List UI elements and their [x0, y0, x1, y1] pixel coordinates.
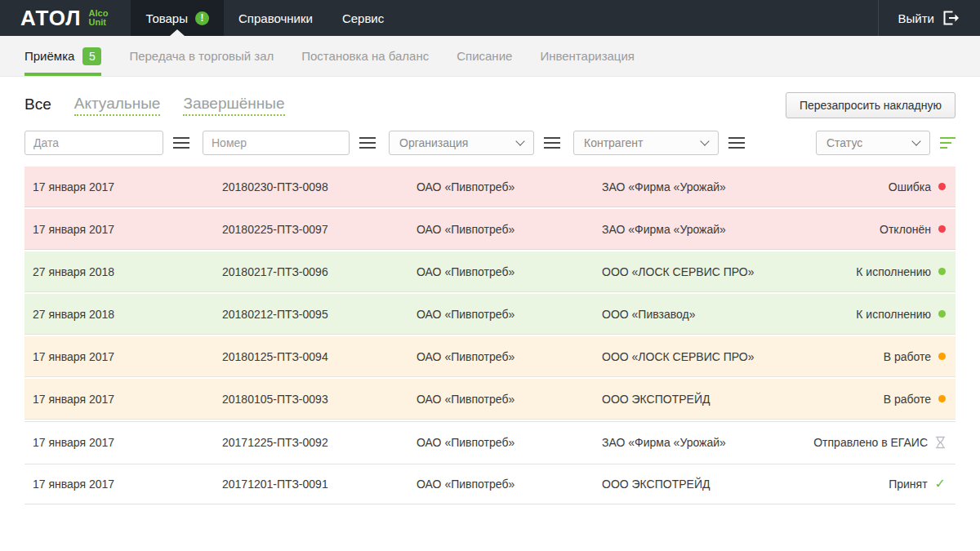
nav-spacer [399, 0, 877, 36]
status-dot-icon [938, 353, 946, 360]
invoice-organization: ОАО «Пивпотреб» [416, 436, 602, 449]
status-dot-icon [938, 225, 946, 233]
status-label: В работе [884, 350, 931, 363]
table-row[interactable]: 17 января 2017 20171225-ПТЗ-0092 ОАО «Пи… [24, 421, 956, 462]
invoice-date: 17 января 2017 [33, 478, 222, 491]
status-label: Ошибка [889, 180, 931, 193]
invoice-counterparty: ООО ЭКСПОТРЕЙД [602, 393, 884, 406]
view-link-completed[interactable]: Завершённые [183, 95, 284, 116]
invoice-counterparty: ЗАО «Фирма «Урожай» [602, 180, 889, 193]
status-icon: ✓ [938, 183, 946, 190]
status-icon: ✓ [935, 478, 946, 491]
invoice-counterparty: ООО «Пивзавод» [602, 308, 856, 321]
status-label: Принят [889, 478, 927, 491]
logout-icon [942, 11, 960, 25]
status-label: К исполнению [856, 308, 931, 321]
status-dot-icon [938, 395, 946, 402]
count-badge: 5 [82, 47, 101, 65]
status-icon: ✓ [938, 353, 946, 360]
invoice-status: В работе ✓ [884, 350, 946, 363]
status-label: Отклонён [880, 223, 931, 236]
invoice-status: К исполнению ✓ [856, 265, 946, 278]
nav-item-directories[interactable]: Справочники [224, 0, 327, 36]
invoice-status: Отклонён ✓ [880, 223, 946, 236]
table-row[interactable]: 17 января 2017 20180105-ПТЗ-0093 ОАО «Пи… [24, 379, 956, 420]
invoice-date: 27 января 2018 [33, 265, 222, 278]
invoice-number: 20180225-ПТЗ-0097 [222, 223, 416, 236]
tab-transfer-to-salesfloor[interactable]: Передача в торговый зал [129, 36, 274, 76]
nav-item-goods[interactable]: Товары ! [131, 0, 224, 36]
sort-number-icon[interactable] [359, 137, 376, 149]
view-link-actual[interactable]: Актуальные [74, 95, 161, 116]
status-icon: ✓ [935, 436, 946, 449]
status-dot-icon [938, 268, 946, 275]
sort-organization-icon[interactable] [544, 137, 560, 149]
invoice-organization: ОАО «Пивпотреб» [416, 308, 602, 321]
tab-receiving[interactable]: Приёмка 5 [24, 36, 101, 76]
logout-button[interactable]: Выйти [878, 0, 980, 36]
view-link-all[interactable]: Все [24, 96, 51, 115]
alert-badge-icon: ! [195, 11, 209, 25]
invoice-date: 17 января 2017 [33, 393, 222, 406]
brand-product: Alco Unit [89, 9, 109, 27]
top-navbar: АТОЛ Alco Unit Товары ! Справочники Серв… [0, 0, 980, 36]
section-tabs: Приёмка 5 Передача в торговый зал Постан… [0, 36, 980, 77]
date-filter-input[interactable] [24, 131, 163, 155]
invoice-date: 17 января 2017 [33, 350, 222, 363]
status-icon: ✓ [938, 395, 946, 402]
table-row[interactable]: 17 января 2017 20180225-ПТЗ-0097 ОАО «Пи… [24, 209, 956, 250]
invoice-number: 20180217-ПТЗ-0096 [222, 265, 416, 278]
table-row[interactable]: 17 января 2017 20180230-ПТЗ-0098 ОАО «Пи… [24, 167, 956, 207]
app-logo: АТОЛ Alco Unit [0, 0, 131, 36]
nav-item-service[interactable]: Сервис [327, 0, 399, 36]
status-dot-icon [938, 183, 946, 190]
table-row[interactable]: 27 января 2018 20180212-ПТЗ-0095 ОАО «Пи… [24, 294, 956, 335]
status-label: К исполнению [856, 265, 931, 278]
invoice-status: В работе ✓ [884, 393, 946, 406]
filter-bar: Организация Контрагент Статус [24, 131, 956, 155]
check-icon: ✓ [935, 478, 946, 491]
tab-write-off[interactable]: Списание [457, 36, 512, 76]
number-filter-input[interactable] [203, 131, 350, 155]
organization-filter-select[interactable]: Организация [389, 131, 534, 155]
invoice-status: К исполнению ✓ [856, 308, 946, 321]
status-label: В работе [884, 393, 931, 406]
tab-inventory[interactable]: Инвентаризация [540, 36, 635, 76]
sort-counterparty-icon[interactable] [728, 137, 745, 149]
status-filter-select[interactable]: Статус [816, 131, 930, 155]
chevron-down-icon [515, 136, 524, 145]
invoice-status: Отправлено в ЕГАИС ✓ [813, 436, 946, 449]
invoice-counterparty: ЗАО «Фирма «Урожай» [602, 223, 880, 236]
table-row[interactable]: 17 января 2017 20171201-ПТЗ-0091 ОАО «Пи… [24, 464, 956, 504]
invoice-number: 20171225-ПТЗ-0092 [222, 436, 416, 449]
invoice-counterparty: ООО «ЛОСК СЕРВИС ПРО» [602, 265, 856, 278]
status-dot-icon [938, 310, 946, 318]
invoice-table: 17 января 2017 20180230-ПТЗ-0098 ОАО «Пи… [24, 167, 956, 504]
invoice-organization: ОАО «Пивпотреб» [416, 393, 602, 406]
view-filter-bar: Все Актуальные Завершённые Перезапросить… [24, 93, 956, 118]
invoice-status: Ошибка ✓ [889, 180, 946, 193]
invoice-status: Принят ✓ [889, 478, 946, 491]
table-row[interactable]: 17 января 2017 20180125-ПТЗ-0094 ОАО «Пи… [24, 336, 956, 377]
invoice-counterparty: ООО «ЛОСК СЕРВИС ПРО» [602, 350, 884, 363]
sort-date-icon[interactable] [173, 137, 189, 149]
invoice-number: 20180212-ПТЗ-0095 [222, 308, 416, 321]
invoice-counterparty: ЗАО «Фирма «Урожай» [602, 436, 813, 449]
invoice-organization: ОАО «Пивпотреб» [416, 265, 602, 278]
chevron-down-icon [700, 136, 709, 145]
invoice-number: 20180105-ПТЗ-0093 [222, 393, 416, 406]
invoice-number: 20180125-ПТЗ-0094 [222, 350, 416, 363]
status-icon: ✓ [938, 225, 946, 233]
invoice-date: 17 января 2017 [33, 436, 222, 449]
status-icon: ✓ [938, 310, 946, 318]
hourglass-icon [935, 436, 946, 449]
status-filter-group: Статус [816, 131, 956, 155]
requery-invoice-button[interactable]: Перезапросить накладную [786, 92, 956, 118]
sort-status-active-icon[interactable] [940, 137, 956, 149]
tab-put-on-balance[interactable]: Постановка на баланс [301, 36, 429, 76]
invoice-date: 27 января 2018 [33, 308, 222, 321]
invoice-date: 17 января 2017 [33, 180, 222, 193]
table-row[interactable]: 27 января 2018 20180217-ПТЗ-0096 ОАО «Пи… [24, 251, 956, 292]
counterparty-filter-select[interactable]: Контрагент [573, 131, 719, 155]
invoice-number: 20180230-ПТЗ-0098 [222, 180, 416, 193]
